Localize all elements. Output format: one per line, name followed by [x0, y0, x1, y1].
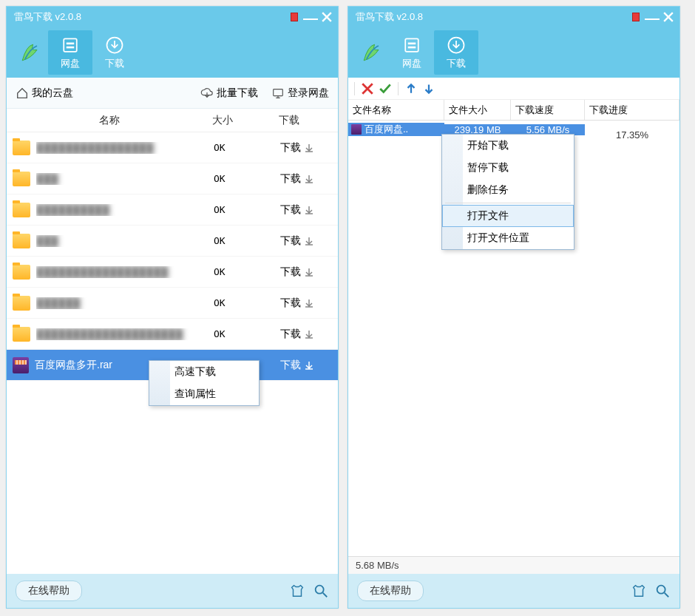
- shirt-icon[interactable]: [631, 583, 647, 599]
- file-row[interactable]: ██████OK下载: [7, 288, 338, 319]
- file-row[interactable]: ██████████OK下载: [7, 194, 338, 226]
- download-area: 开始下载暂停下载删除任务打开文件打开文件位置: [348, 138, 679, 556]
- file-row[interactable]: ██████████████████OK下载: [7, 257, 338, 288]
- context-menu-right: 开始下载暂停下载删除任务打开文件打开文件位置: [441, 134, 574, 250]
- folder-icon: [13, 265, 30, 280]
- nav-netdisk[interactable]: 网盘: [48, 30, 92, 75]
- context-menu-item[interactable]: 打开文件: [442, 205, 574, 227]
- nav-netdisk-label: 网盘: [402, 57, 421, 70]
- col-name[interactable]: 名称: [7, 114, 212, 127]
- help-button[interactable]: 在线帮助: [357, 581, 424, 601]
- download-button[interactable]: 下载: [280, 297, 332, 310]
- file-row[interactable]: ███OK下载: [7, 226, 338, 257]
- file-row[interactable]: ████████████████████OK下载: [7, 319, 338, 350]
- folder-icon: [13, 327, 30, 342]
- svg-rect-4: [274, 89, 283, 95]
- file-size: OK: [214, 297, 280, 308]
- context-menu-item[interactable]: 暂停下载: [442, 157, 574, 179]
- statusbar: 5.68 MB/s: [348, 556, 679, 574]
- svg-point-5: [316, 586, 324, 594]
- download-button[interactable]: 下载: [280, 234, 332, 248]
- search-icon[interactable]: [654, 583, 671, 599]
- nav-download-label: 下载: [447, 57, 466, 70]
- context-menu-item[interactable]: 查询属性: [149, 383, 259, 405]
- delete-icon[interactable]: [361, 82, 374, 95]
- folder-icon: [13, 172, 30, 186]
- file-name: ██████████████████: [36, 266, 214, 278]
- app-title: 雷鸟下载 v2.0.8: [11, 10, 288, 24]
- menu-separator: [445, 203, 571, 203]
- folder-icon: [13, 296, 30, 311]
- nav-netdisk-label: 网盘: [61, 57, 80, 70]
- rar-icon: [13, 357, 29, 373]
- move-up-icon[interactable]: [404, 82, 418, 95]
- window-download: 雷鸟下载 v2.0.8 网盘 下载: [348, 6, 680, 609]
- app-logo-icon: [354, 35, 390, 70]
- window-netdisk: 雷鸟下载 v2.0.8 网盘 下载 我的云盘 批量下载: [6, 6, 339, 609]
- file-list[interactable]: ████████████████OK下载███OK下载██████████OK下…: [7, 132, 338, 574]
- file-size: OK: [214, 328, 280, 339]
- minimize-icon[interactable]: [644, 12, 660, 22]
- navbar: 网盘 下载: [7, 27, 338, 78]
- titlebar[interactable]: 雷鸟下载 v2.0.8: [7, 7, 338, 27]
- file-name: ███: [36, 235, 214, 247]
- context-menu-item[interactable]: 打开文件位置: [442, 227, 574, 249]
- monitor-icon: [271, 87, 285, 100]
- close-icon[interactable]: [663, 12, 674, 22]
- context-menu-left: 高速下载查询属性: [149, 360, 260, 406]
- folder-icon: [13, 141, 30, 155]
- col-size[interactable]: 大小: [212, 114, 279, 127]
- toolbar: 我的云盘 批量下载 登录网盘: [7, 78, 338, 109]
- file-name: ████████████████: [36, 142, 214, 154]
- col-speed[interactable]: 下载速度: [511, 100, 585, 120]
- file-size: OK: [214, 204, 280, 215]
- batch-download-button[interactable]: 批量下载: [200, 87, 258, 100]
- context-menu-item[interactable]: 开始下载: [442, 135, 574, 157]
- navbar: 网盘 下载: [348, 27, 679, 78]
- file-size: OK: [214, 142, 280, 153]
- help-button[interactable]: 在线帮助: [16, 581, 82, 601]
- col-progress[interactable]: 下载进度: [585, 100, 679, 120]
- svg-rect-2: [67, 47, 75, 49]
- folder-icon: [13, 234, 30, 248]
- close-icon[interactable]: [322, 12, 332, 22]
- file-row[interactable]: ███OK下载: [7, 163, 338, 194]
- my-cloud-button[interactable]: 我的云盘: [16, 87, 73, 100]
- download-button[interactable]: 下载: [280, 328, 332, 341]
- context-menu-item[interactable]: 高速下载: [149, 361, 259, 383]
- file-name: ████████████████████: [36, 328, 214, 340]
- file-size: OK: [214, 266, 280, 277]
- download-button[interactable]: 下载: [280, 141, 332, 155]
- col-filename[interactable]: 文件名称: [348, 100, 444, 120]
- rar-icon: [351, 124, 362, 135]
- nav-netdisk[interactable]: 网盘: [390, 30, 434, 75]
- context-menu-item[interactable]: 删除任务: [442, 179, 574, 201]
- download-button[interactable]: 下载: [280, 203, 332, 217]
- file-row[interactable]: ████████████████OK下载: [7, 132, 338, 163]
- download-button[interactable]: 下载: [280, 265, 332, 279]
- titlebar[interactable]: 雷鸟下载 v2.0.8: [348, 7, 679, 27]
- svg-rect-7: [408, 43, 416, 45]
- minimize-icon[interactable]: [302, 12, 319, 22]
- pin-icon[interactable]: [631, 12, 641, 22]
- nav-download[interactable]: 下载: [92, 30, 137, 75]
- search-icon[interactable]: [313, 583, 329, 599]
- bottombar: 在线帮助: [7, 574, 338, 608]
- svg-point-10: [657, 586, 665, 594]
- file-size: OK: [214, 235, 280, 246]
- svg-rect-8: [408, 47, 416, 49]
- pin-icon[interactable]: [289, 12, 299, 22]
- nav-download[interactable]: 下载: [434, 30, 478, 75]
- svg-rect-0: [64, 38, 77, 52]
- download-button[interactable]: 下载: [280, 359, 332, 372]
- confirm-icon[interactable]: [379, 82, 392, 95]
- download-button[interactable]: 下载: [280, 172, 332, 186]
- download-columns: 文件名称 文件大小 下载速度 下载进度: [348, 100, 679, 121]
- shirt-icon[interactable]: [289, 583, 305, 599]
- col-filesize[interactable]: 文件大小: [444, 100, 511, 120]
- move-down-icon[interactable]: [422, 82, 435, 95]
- login-netdisk-button[interactable]: 登录网盘: [271, 87, 329, 100]
- cloud-download-icon: [200, 87, 214, 100]
- dr-filename: 百度网盘..: [348, 123, 444, 136]
- col-download[interactable]: 下载: [279, 114, 338, 127]
